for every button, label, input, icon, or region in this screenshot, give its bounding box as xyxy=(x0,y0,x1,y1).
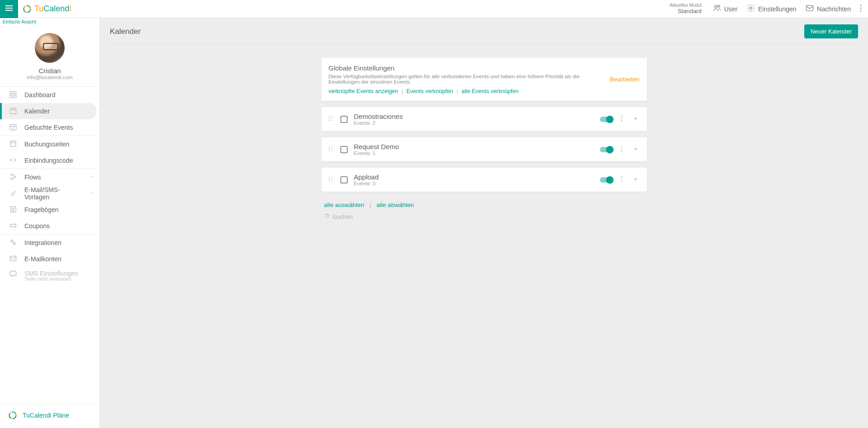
link-events-link[interactable]: Events verknüpfen xyxy=(406,88,453,94)
calendar-expand-button[interactable] xyxy=(631,146,641,154)
sidebar-item-flows[interactable]: Flows xyxy=(0,169,99,185)
sidebar-item-label: Einbindungscode xyxy=(24,157,73,164)
page-title: Kalender xyxy=(110,27,141,36)
svg-point-51 xyxy=(621,178,622,179)
svg-rect-9 xyxy=(10,91,12,94)
sidebar-item-integrationen[interactable]: Integrationen xyxy=(0,235,99,251)
page-icon xyxy=(9,140,17,149)
user-menu[interactable]: User xyxy=(708,4,742,14)
check-badge-icon xyxy=(9,189,17,198)
chevron-down-icon xyxy=(90,190,95,197)
calendar-toggle[interactable] xyxy=(600,147,613,152)
svg-point-30 xyxy=(329,120,330,121)
plans-link[interactable]: TuCalendi Pläne xyxy=(0,404,99,428)
calendar-toggle[interactable] xyxy=(600,177,613,183)
sms-icon xyxy=(9,270,17,279)
calendar-more-button[interactable] xyxy=(619,176,624,184)
linked-events-show-link[interactable]: verknüpfte Events anzeigen xyxy=(329,88,398,94)
svg-point-28 xyxy=(329,118,330,118)
page-header: Kalender Neuer Kalender xyxy=(104,18,863,44)
calendar-more-button[interactable] xyxy=(619,146,624,154)
code-icon xyxy=(9,156,17,165)
svg-point-8 xyxy=(860,10,861,11)
svg-point-4 xyxy=(750,7,752,9)
calendar-checkbox[interactable] xyxy=(340,176,348,183)
calendar-checkbox[interactable] xyxy=(340,146,348,153)
content-area: Kalender Neuer Kalender Globale Einstell… xyxy=(100,18,868,428)
calendar-toggle[interactable] xyxy=(600,117,613,122)
deselect-all-link[interactable]: alle abwählen xyxy=(377,202,414,208)
drag-handle-icon[interactable] xyxy=(328,146,334,154)
calendar-card: ApploadEvents: 3 xyxy=(321,168,647,192)
menu-icon xyxy=(5,4,14,14)
sidebar-item-buchungsseiten[interactable]: Buchungsseiten xyxy=(0,136,99,152)
new-calendar-button[interactable]: Neuer Kalender xyxy=(804,24,858,38)
mail-icon xyxy=(805,4,814,14)
svg-point-43 xyxy=(621,150,622,151)
grid-icon xyxy=(9,90,17,100)
menu-toggle-button[interactable] xyxy=(0,0,18,18)
global-edit-button[interactable]: Bearbeiten xyxy=(610,76,639,83)
global-settings-card: Globale Einstellungen Diese Verfügbarkei… xyxy=(321,58,647,101)
svg-point-46 xyxy=(329,178,330,179)
calendar-checkbox[interactable] xyxy=(340,116,348,123)
sidebar-item-kalender[interactable]: Kalender xyxy=(0,103,97,119)
sidebar-item-frageb-gen[interactable]: Fragebögen xyxy=(0,202,99,218)
sidebar-nav: DashboardKalenderGebuchte EventsBuchungs… xyxy=(0,86,99,286)
svg-rect-11 xyxy=(10,95,12,97)
delete-label: löschen xyxy=(333,213,353,220)
trash-icon xyxy=(324,213,330,220)
gear-icon xyxy=(746,4,755,14)
svg-point-36 xyxy=(331,146,332,147)
easy-view-link[interactable]: Einfache Ansicht xyxy=(0,18,99,26)
calendar-title: Demostraciones xyxy=(354,113,594,120)
brand-text: TuCalendi xyxy=(34,4,71,14)
profile-email: info@tucalendi.com xyxy=(27,75,72,80)
svg-point-32 xyxy=(621,115,622,117)
svg-point-42 xyxy=(621,148,622,149)
sidebar: Einfache Ansicht Cristian info@tucalendi… xyxy=(0,18,100,428)
calendar-card: DemostracionesEvents: 2 xyxy=(321,107,647,131)
calendar-expand-button[interactable] xyxy=(631,176,641,184)
sidebar-item-label: Kalender xyxy=(24,108,50,115)
sidebar-item-einbindungscode[interactable]: Einbindungscode xyxy=(0,152,99,169)
svg-point-49 xyxy=(331,180,332,181)
brand-logo[interactable]: TuCalendi xyxy=(18,4,71,14)
sidebar-item-label: Fragebögen xyxy=(24,206,59,213)
sidebar-item-coupons[interactable]: Coupons xyxy=(0,218,99,234)
current-module[interactable]: Aktuelles Modul Standard xyxy=(670,3,708,14)
svg-point-38 xyxy=(331,148,332,149)
sidebar-item-label: Dashboard xyxy=(24,91,56,99)
sidebar-item-e-mailkonten[interactable]: E-Mailkonten xyxy=(0,251,99,267)
topbar: TuCalendi Aktuelles Modul Standard User … xyxy=(0,0,868,18)
link-all-events-link[interactable]: alle Events verknüpfen xyxy=(462,88,519,94)
sidebar-item-label: Coupons xyxy=(24,222,50,230)
svg-point-26 xyxy=(329,116,330,117)
delete-selected-button[interactable]: löschen xyxy=(321,210,647,223)
select-all-link[interactable]: alle auswählen xyxy=(324,202,364,208)
calendar-more-button[interactable] xyxy=(619,115,624,123)
messages-button[interactable]: Nachrichten xyxy=(801,4,855,14)
drag-handle-icon[interactable] xyxy=(328,176,334,184)
svg-point-31 xyxy=(331,120,332,121)
top-more-button[interactable] xyxy=(855,5,868,14)
drag-handle-icon[interactable] xyxy=(328,115,334,123)
svg-point-50 xyxy=(621,176,622,177)
bulk-actions: alle auswählen | alle abwählen xyxy=(321,198,647,210)
brand-logo-icon xyxy=(23,5,32,14)
svg-point-37 xyxy=(329,148,330,149)
flow-icon xyxy=(9,173,17,182)
sidebar-item-e-mail-sms-vorlagen[interactable]: E-Mail/SMS-Vorlagen xyxy=(0,185,99,202)
svg-point-18 xyxy=(14,176,15,177)
calendar-expand-button[interactable] xyxy=(631,115,641,123)
sidebar-item-gebuchte-events[interactable]: Gebuchte Events xyxy=(0,119,99,136)
settings-button[interactable]: Einstellungen xyxy=(742,4,801,14)
svg-point-7 xyxy=(860,7,861,9)
avatar[interactable] xyxy=(35,33,65,63)
svg-point-44 xyxy=(329,176,330,177)
sidebar-item-dashboard[interactable]: Dashboard xyxy=(0,87,99,103)
sidebar-item-sms-einstellungen: SMS EinstellungenTwilio nicht verbunden xyxy=(0,267,99,286)
global-links: verknüpfte Events anzeigen | Events verk… xyxy=(329,88,601,94)
svg-point-52 xyxy=(621,180,622,182)
svg-point-40 xyxy=(331,150,332,151)
